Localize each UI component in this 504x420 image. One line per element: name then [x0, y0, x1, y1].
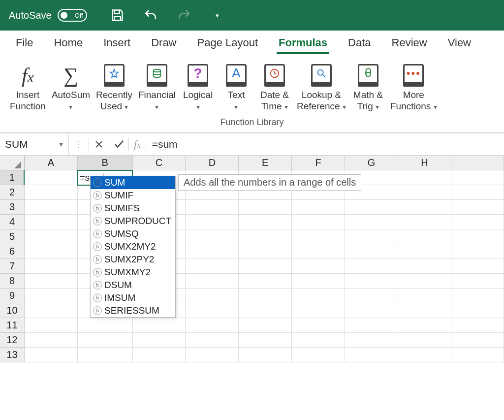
cell-F9[interactable] — [292, 289, 345, 303]
row-header-3[interactable]: 3 — [0, 200, 24, 215]
recently-used-button[interactable]: Recently Used — [93, 61, 135, 114]
formula-input[interactable]: =sum — [146, 138, 504, 150]
tab-home[interactable]: Home — [52, 32, 85, 54]
insert-function-button[interactable]: fx Insert Function — [7, 61, 49, 114]
row-header-10[interactable]: 10 — [0, 303, 24, 318]
autocomplete-item-sum[interactable]: fxSUM — [91, 176, 175, 189]
cell-A4[interactable] — [24, 215, 77, 229]
formula-autocomplete-dropdown[interactable]: fxSUMfxSUMIFfxSUMIFSfxSUMPRODUCTfxSUMSQf… — [90, 176, 176, 318]
spreadsheet-grid[interactable]: ABCDEFGH1=sum2345678910111213 fxSUMfxSUM… — [0, 156, 504, 363]
autocomplete-item-sumxmy2[interactable]: fxSUMXMY2 — [91, 266, 175, 279]
cell-F4[interactable] — [292, 215, 345, 229]
cell-A10[interactable] — [24, 303, 77, 318]
cell-D8[interactable] — [186, 274, 239, 289]
row-header-2[interactable]: 2 — [0, 185, 24, 200]
autocomplete-item-sumifs[interactable]: fxSUMIFS — [91, 202, 175, 215]
financial-button[interactable]: Financial — [135, 61, 179, 114]
cell-H3[interactable] — [398, 200, 451, 215]
cell-B13[interactable] — [77, 348, 132, 362]
cell-G6[interactable] — [345, 244, 398, 259]
cell-F6[interactable] — [292, 244, 345, 259]
cell-D7[interactable] — [186, 259, 239, 274]
cell-G13[interactable] — [345, 348, 398, 362]
cell-E10[interactable] — [239, 303, 292, 318]
cell-D13[interactable] — [186, 348, 239, 362]
column-header-A[interactable]: A — [24, 156, 77, 170]
cell-E12[interactable] — [239, 333, 292, 348]
column-header-B[interactable]: B — [77, 156, 132, 170]
cell-F7[interactable] — [292, 259, 345, 274]
row-header-5[interactable]: 5 — [0, 229, 24, 244]
cell-H12[interactable] — [398, 333, 451, 348]
cell-F8[interactable] — [292, 274, 345, 289]
cell-H5[interactable] — [398, 229, 451, 244]
cell-G11[interactable] — [345, 318, 398, 333]
cell-G5[interactable] — [345, 229, 398, 244]
row-header-13[interactable]: 13 — [0, 348, 24, 362]
cell-G10[interactable] — [345, 303, 398, 318]
cell-A3[interactable] — [24, 200, 77, 215]
cell-extra-12[interactable] — [451, 333, 504, 348]
autocomplete-item-sumproduct[interactable]: fxSUMPRODUCT — [91, 215, 175, 227]
text-button[interactable]: A Text — [217, 61, 255, 114]
undo-icon[interactable] — [143, 8, 158, 23]
cell-E11[interactable] — [239, 318, 292, 333]
row-header-12[interactable]: 12 — [0, 333, 24, 348]
cell-D11[interactable] — [186, 318, 239, 333]
column-header-H[interactable]: H — [398, 156, 451, 170]
cell-E3[interactable] — [239, 200, 292, 215]
extra-options-icon[interactable]: ⋮ — [69, 133, 89, 155]
cell-E13[interactable] — [239, 348, 292, 362]
cell-A11[interactable] — [24, 318, 77, 333]
tab-formulas[interactable]: Formulas — [277, 32, 329, 54]
autocomplete-item-sumx2my2[interactable]: fxSUMX2MY2 — [91, 240, 175, 253]
logical-button[interactable]: ? Logical — [179, 61, 217, 114]
cell-D6[interactable] — [186, 244, 239, 259]
autocomplete-item-dsum[interactable]: fxDSUM — [91, 279, 175, 291]
cell-extra-3[interactable] — [451, 200, 504, 215]
row-header-1[interactable]: 1 — [0, 170, 24, 185]
cell-E6[interactable] — [239, 244, 292, 259]
autosave-toggle[interactable]: AutoSave Off — [9, 9, 87, 22]
cell-G8[interactable] — [345, 274, 398, 289]
save-icon[interactable] — [110, 8, 125, 23]
autocomplete-item-imsum[interactable]: fxIMSUM — [91, 291, 175, 304]
customize-qat-dropdown-icon[interactable]: ▾ — [210, 8, 225, 23]
cell-extra-5[interactable] — [451, 229, 504, 244]
tab-view[interactable]: View — [446, 32, 473, 54]
cell-F11[interactable] — [292, 318, 345, 333]
cell-extra-11[interactable] — [451, 318, 504, 333]
cell-E8[interactable] — [239, 274, 292, 289]
row-header-8[interactable]: 8 — [0, 274, 24, 289]
cell-C11[interactable] — [132, 318, 186, 333]
cell-H4[interactable] — [398, 215, 451, 229]
cell-extra-2[interactable] — [451, 185, 504, 200]
autocomplete-item-sumsq[interactable]: fxSUMSQ — [91, 227, 175, 240]
date-time-button[interactable]: Date & Time — [255, 61, 294, 114]
tab-draw[interactable]: Draw — [149, 32, 178, 54]
cell-extra-13[interactable] — [451, 348, 504, 362]
cell-D3[interactable] — [186, 200, 239, 215]
cell-F5[interactable] — [292, 229, 345, 244]
tab-insert[interactable]: Insert — [101, 32, 132, 54]
more-functions-button[interactable]: ••• More Functions — [387, 61, 440, 114]
cell-H11[interactable] — [398, 318, 451, 333]
cell-G9[interactable] — [345, 289, 398, 303]
cell-A5[interactable] — [24, 229, 77, 244]
autocomplete-item-seriessum[interactable]: fxSERIESSUM — [91, 304, 175, 317]
autocomplete-item-sumif[interactable]: fxSUMIF — [91, 189, 175, 202]
column-header-G[interactable]: G — [345, 156, 398, 170]
cell-D9[interactable] — [186, 289, 239, 303]
cell-extra-7[interactable] — [451, 259, 504, 274]
cell-H10[interactable] — [398, 303, 451, 318]
select-all-corner[interactable] — [0, 156, 24, 170]
cell-G12[interactable] — [345, 333, 398, 348]
cell-A6[interactable] — [24, 244, 77, 259]
cell-A9[interactable] — [24, 289, 77, 303]
cell-G4[interactable] — [345, 215, 398, 229]
cell-H6[interactable] — [398, 244, 451, 259]
row-header-11[interactable]: 11 — [0, 318, 24, 333]
tab-file[interactable]: File — [14, 32, 35, 54]
cell-F13[interactable] — [292, 348, 345, 362]
cell-extra-1[interactable] — [451, 170, 504, 185]
